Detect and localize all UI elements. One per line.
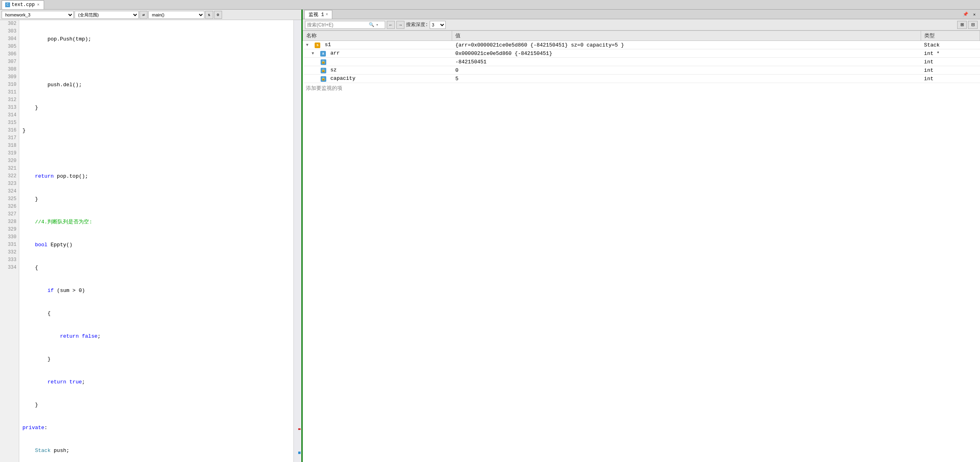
code-line-311: bool Eppty() <box>22 241 293 249</box>
ln-329: 329 <box>2 226 16 233</box>
ln-309: 309 <box>2 73 16 81</box>
tab-label: text.cpp <box>12 2 35 8</box>
expand-arr-btn[interactable]: ▼ <box>312 51 317 56</box>
editor-panel: homework_3 (全局范围) ⇄ main() ⇅ ⚙ 302 303 3… <box>0 10 303 462</box>
watch-col-btn[interactable]: ⊞ <box>957 21 967 29</box>
col-name: 名称 <box>303 31 452 41</box>
ln-303: 303 <box>2 28 16 35</box>
watch-row-s1[interactable]: ▼ s s1 {arr=0x0000021ce0e5d860 {-8421504… <box>303 41 980 49</box>
sync-btn[interactable]: ⇅ <box>205 11 213 19</box>
arr-val-icon: 🔒 <box>321 59 326 65</box>
ln-322: 322 <box>2 172 16 180</box>
arr-type: int * <box>921 49 980 58</box>
watch-tab-1[interactable]: 监视 1 × <box>304 10 332 19</box>
capacity-type: int <box>921 75 980 83</box>
col-value: 值 <box>452 31 921 41</box>
editor-tab-bar: C text.cpp × <box>0 0 980 10</box>
scroll-marker-breakpoint <box>298 428 301 430</box>
code-line-304: push.del(); <box>22 81 293 89</box>
s1-name: s1 <box>325 42 331 48</box>
watch-row-sz[interactable]: 🔒 sz 0 int <box>303 66 980 75</box>
expand-s1-btn[interactable]: ▼ <box>306 43 312 47</box>
watch-close-btn[interactable]: × <box>970 10 978 18</box>
ln-311: 311 <box>2 89 16 96</box>
code-line-315: return false; <box>22 332 293 340</box>
watch-grid-btn[interactable]: ⊟ <box>968 21 978 29</box>
ln-306: 306 <box>2 51 16 58</box>
sz-value: 0 <box>452 66 921 75</box>
search-input[interactable] <box>307 22 367 28</box>
arr-icon: a <box>320 51 326 57</box>
s1-type: Stack <box>921 41 980 49</box>
arr-val-type: int <box>921 58 980 66</box>
ln-318: 318 <box>2 142 16 150</box>
tab-text-cpp[interactable]: C text.cpp × <box>2 0 44 9</box>
scroll-marker-current <box>298 452 301 454</box>
code-line-320: Stack push; <box>22 447 293 454</box>
tab-close-btn[interactable]: × <box>36 3 40 7</box>
watch-tab-bar: 监视 1 × 📌 × <box>303 10 980 19</box>
add-watch-label[interactable]: 添加要监视的项 <box>303 83 980 93</box>
scope-project-select[interactable]: homework_3 <box>2 11 74 19</box>
main-container: homework_3 (全局范围) ⇄ main() ⇅ ⚙ 302 303 3… <box>0 10 980 462</box>
s1-icon: s <box>315 43 320 48</box>
code-line-313: if (sum > 0) <box>22 287 293 294</box>
watch-pin-btn[interactable]: 📌 <box>962 10 970 18</box>
ln-310: 310 <box>2 81 16 89</box>
ln-334: 334 <box>2 264 16 272</box>
ln-307: 307 <box>2 58 16 66</box>
code-line-306: } <box>22 127 293 134</box>
ln-332: 332 <box>2 249 16 256</box>
ln-325: 325 <box>2 195 16 203</box>
code-line-305: } <box>22 104 293 111</box>
code-line-308: return pop.top(); <box>22 172 293 180</box>
arr-name: arr <box>330 50 339 56</box>
ln-328: 328 <box>2 218 16 226</box>
depth-label: 搜索深度: <box>406 21 428 28</box>
nav-forward-btn[interactable]: → <box>396 21 404 29</box>
ln-314: 314 <box>2 111 16 119</box>
ln-315: 315 <box>2 119 16 127</box>
code-area[interactable]: 302 303 304 305 306 307 308 309 310 311 … <box>0 20 301 462</box>
minimap-area[interactable] <box>293 20 301 462</box>
ln-319: 319 <box>2 150 16 157</box>
watch-toolbar-icons: ⊞ ⊟ <box>957 21 978 29</box>
capacity-value: 5 <box>452 75 921 83</box>
watch-row-arr-val[interactable]: 🔒 -842150451 int <box>303 58 980 66</box>
watch-tab-actions: 📌 × <box>962 10 978 18</box>
nav-back-btn[interactable]: ← <box>387 21 395 29</box>
ln-316: 316 <box>2 127 16 134</box>
watch-row-arr[interactable]: ▼ a arr 0x0000021ce0e5d860 {-842150451} … <box>303 49 980 58</box>
search-icon[interactable]: 🔍 <box>369 22 374 27</box>
scope-global-select[interactable]: (全局范围) <box>75 11 139 19</box>
depth-select[interactable]: 3 1 2 4 5 <box>430 21 446 29</box>
ln-321: 321 <box>2 165 16 172</box>
line-numbers: 302 303 304 305 306 307 308 309 310 311 … <box>0 20 19 462</box>
ln-326: 326 <box>2 203 16 211</box>
watch-tab-close-btn[interactable]: × <box>325 12 328 17</box>
code-line-309: } <box>22 195 293 203</box>
watch-panel: 监视 1 × 📌 × 🔍 ▾ ← → 搜索深度: 3 1 2 4 <box>303 10 980 462</box>
code-line-302: pop.Push(tmp); <box>22 35 293 43</box>
ln-302: 302 <box>2 20 16 28</box>
capacity-icon: 🔒 <box>321 76 326 82</box>
ln-327: 327 <box>2 211 16 218</box>
ln-304: 304 <box>2 35 16 43</box>
scope-arrow-btn[interactable]: ⇄ <box>139 11 148 19</box>
code-line-307 <box>22 150 293 157</box>
search-box: 🔍 ▾ <box>305 21 385 29</box>
search-dropdown-btn[interactable]: ▾ <box>376 22 378 27</box>
arr-val-value: -842150451 <box>452 58 921 66</box>
scope-function-select[interactable]: main() <box>148 11 204 19</box>
ln-330: 330 <box>2 233 16 241</box>
col-type: 类型 <box>921 31 980 41</box>
watch-row-capacity[interactable]: 🔒 capacity 5 int <box>303 75 980 83</box>
settings-btn[interactable]: ⚙ <box>214 11 222 19</box>
code-content[interactable]: pop.Push(tmp); push.del(); } } return po… <box>19 20 293 462</box>
ln-324: 324 <box>2 188 16 195</box>
sz-icon: 🔒 <box>321 68 326 73</box>
ln-323: 323 <box>2 180 16 188</box>
code-line-318: } <box>22 401 293 409</box>
ln-333: 333 <box>2 256 16 264</box>
ln-317: 317 <box>2 134 16 142</box>
